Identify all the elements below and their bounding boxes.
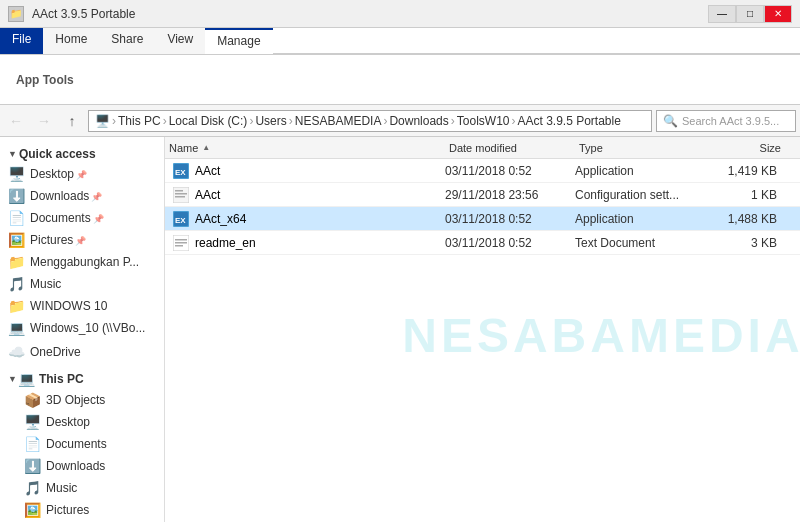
file-size-4: 3 KB bbox=[705, 236, 785, 250]
music2-icon: 🎵 bbox=[24, 480, 40, 496]
exe-icon-3: EX bbox=[173, 211, 189, 227]
up-button[interactable]: ↑ bbox=[60, 109, 84, 133]
maximize-button[interactable]: □ bbox=[736, 5, 764, 23]
search-placeholder: Search AAct 3.9.5... bbox=[682, 115, 779, 127]
sidebar-label-music2: Music bbox=[46, 481, 77, 495]
ribbon-content: App Tools bbox=[0, 55, 800, 105]
col-header-date[interactable]: Date modified bbox=[445, 138, 575, 158]
desktop2-icon: 🖥️ bbox=[24, 414, 40, 430]
sidebar-item-onedrive[interactable]: ☁️ OneDrive bbox=[0, 341, 164, 363]
title-bar-icons: 📁 bbox=[8, 6, 24, 22]
svg-rect-12 bbox=[175, 242, 187, 244]
file-type-4: Text Document bbox=[575, 236, 705, 250]
documents2-icon: 📄 bbox=[24, 436, 40, 452]
table-row[interactable]: readme_en 03/11/2018 0:52 Text Document … bbox=[165, 231, 800, 255]
sidebar-section-onedrive: ☁️ OneDrive bbox=[0, 341, 164, 363]
thispc-label: This PC bbox=[39, 372, 84, 386]
tab-file[interactable]: File bbox=[0, 28, 43, 54]
sidebar-item-3dobjects[interactable]: 📦 3D Objects bbox=[0, 389, 164, 411]
file-type-2: Configuration sett... bbox=[575, 188, 705, 202]
sidebar-item-menggabungkan[interactable]: 📁 Menggabungkan P... bbox=[0, 251, 164, 273]
sidebar-thispc-header[interactable]: ▼ 💻 This PC bbox=[0, 365, 164, 389]
file-name-text-2: AAct bbox=[195, 188, 220, 202]
music-icon: 🎵 bbox=[8, 276, 24, 292]
address-path[interactable]: 🖥️ › This PC › Local Disk (C:) › Users ›… bbox=[88, 110, 652, 132]
back-button[interactable]: ← bbox=[4, 109, 28, 133]
sidebar-item-downloads[interactable]: ⬇️ Downloads bbox=[0, 185, 164, 207]
sidebar-label-menggabungkan: Menggabungkan P... bbox=[30, 255, 139, 269]
sort-arrow-name: ▲ bbox=[202, 143, 210, 152]
sidebar-item-pictures2[interactable]: 🖼️ Pictures bbox=[0, 499, 164, 521]
windows10vb-icon: 💻 bbox=[8, 320, 24, 336]
desktop-icon: 🖥️ bbox=[8, 166, 24, 182]
file-type-1: Application bbox=[575, 164, 705, 178]
menggabungkan-icon: 📁 bbox=[8, 254, 24, 270]
table-row[interactable]: AAct 29/11/2018 23:56 Configuration sett… bbox=[165, 183, 800, 207]
sidebar-label-downloads2: Downloads bbox=[46, 459, 105, 473]
sidebar-item-windows10vb[interactable]: 💻 Windows_10 (\\VBo... bbox=[0, 317, 164, 339]
tab-home[interactable]: Home bbox=[43, 28, 99, 54]
sidebar-label-documents2: Documents bbox=[46, 437, 107, 451]
file-list: NESABAMEDIA Name ▲ Date modified Type Si… bbox=[165, 137, 800, 522]
path-segment-4[interactable]: NESABAMEDIA bbox=[295, 114, 382, 128]
path-home-icon: 🖥️ bbox=[95, 114, 110, 128]
tab-share[interactable]: Share bbox=[99, 28, 155, 54]
documents-icon: 📄 bbox=[8, 210, 24, 226]
3dobjects-icon: 📦 bbox=[24, 392, 40, 408]
sidebar-quickaccess-header[interactable]: ▼ Quick access bbox=[0, 141, 164, 163]
file-name-2: AAct bbox=[165, 187, 445, 203]
sidebar-item-downloads2[interactable]: ⬇️ Downloads bbox=[0, 455, 164, 477]
sidebar-label-downloads: Downloads bbox=[30, 189, 102, 203]
file-size-2: 1 KB bbox=[705, 188, 785, 202]
sidebar-section-quickaccess: ▼ Quick access 🖥️ Desktop ⬇️ Downloads 📄… bbox=[0, 141, 164, 339]
path-segment-2[interactable]: Local Disk (C:) bbox=[169, 114, 248, 128]
table-row[interactable]: EX AAct_x64 03/11/2018 0:52 Application … bbox=[165, 207, 800, 231]
tab-manage[interactable]: Manage bbox=[205, 28, 272, 54]
sidebar-item-music2[interactable]: 🎵 Music bbox=[0, 477, 164, 499]
svg-rect-13 bbox=[175, 245, 183, 247]
downloads2-icon: ⬇️ bbox=[24, 458, 40, 474]
col-header-type[interactable]: Type bbox=[575, 138, 705, 158]
pictures2-icon: 🖼️ bbox=[24, 502, 40, 518]
forward-button[interactable]: → bbox=[32, 109, 56, 133]
app-icon: 📁 bbox=[8, 6, 24, 22]
tab-view[interactable]: View bbox=[155, 28, 205, 54]
sidebar-item-documents[interactable]: 📄 Documents bbox=[0, 207, 164, 229]
search-box[interactable]: 🔍 Search AAct 3.9.5... bbox=[656, 110, 796, 132]
sidebar-item-windows10[interactable]: 📁 WINDOWS 10 bbox=[0, 295, 164, 317]
file-list-header: Name ▲ Date modified Type Size bbox=[165, 137, 800, 159]
sidebar-label-desktop: Desktop bbox=[30, 167, 87, 181]
minimize-button[interactable]: — bbox=[708, 5, 736, 23]
col-header-size[interactable]: Size bbox=[705, 138, 785, 158]
path-segment-7[interactable]: AAct 3.9.5 Portable bbox=[517, 114, 620, 128]
path-segment-5[interactable]: Downloads bbox=[389, 114, 448, 128]
sidebar-item-music[interactable]: 🎵 Music bbox=[0, 273, 164, 295]
file-name-text-4: readme_en bbox=[195, 236, 256, 250]
sidebar-item-desktop[interactable]: 🖥️ Desktop bbox=[0, 163, 164, 185]
sidebar-item-pictures[interactable]: 🖼️ Pictures bbox=[0, 229, 164, 251]
file-size-3: 1,488 KB bbox=[705, 212, 785, 226]
sidebar-item-desktop2[interactable]: 🖥️ Desktop bbox=[0, 411, 164, 433]
sidebar-label-windows10: WINDOWS 10 bbox=[30, 299, 107, 313]
svg-rect-4 bbox=[175, 190, 183, 192]
file-name-text-3: AAct_x64 bbox=[195, 212, 246, 226]
path-segment-1[interactable]: This PC bbox=[118, 114, 161, 128]
col-header-name[interactable]: Name ▲ bbox=[165, 138, 445, 158]
thispc-header-icon: 💻 bbox=[19, 371, 35, 387]
sidebar-label-pictures: Pictures bbox=[30, 233, 86, 247]
sidebar-label-music: Music bbox=[30, 277, 61, 291]
table-row[interactable]: EX AAct 03/11/2018 0:52 Application 1,41… bbox=[165, 159, 800, 183]
path-segment-6[interactable]: ToolsW10 bbox=[457, 114, 510, 128]
exe-icon-1: EX bbox=[173, 163, 189, 179]
ribbon-tabs: File Home Share View Manage bbox=[0, 28, 800, 54]
sidebar: ▼ Quick access 🖥️ Desktop ⬇️ Downloads 📄… bbox=[0, 137, 165, 522]
svg-text:EX: EX bbox=[175, 216, 186, 225]
path-segment-3[interactable]: Users bbox=[255, 114, 286, 128]
window-controls[interactable]: — □ ✕ bbox=[708, 5, 792, 23]
sidebar-item-documents2[interactable]: 📄 Documents bbox=[0, 433, 164, 455]
close-button[interactable]: ✕ bbox=[764, 5, 792, 23]
file-name-3: EX AAct_x64 bbox=[165, 211, 445, 227]
file-name-4: readme_en bbox=[165, 235, 445, 251]
ribbon: File Home Share View Manage bbox=[0, 28, 800, 55]
sidebar-label-documents: Documents bbox=[30, 211, 104, 225]
